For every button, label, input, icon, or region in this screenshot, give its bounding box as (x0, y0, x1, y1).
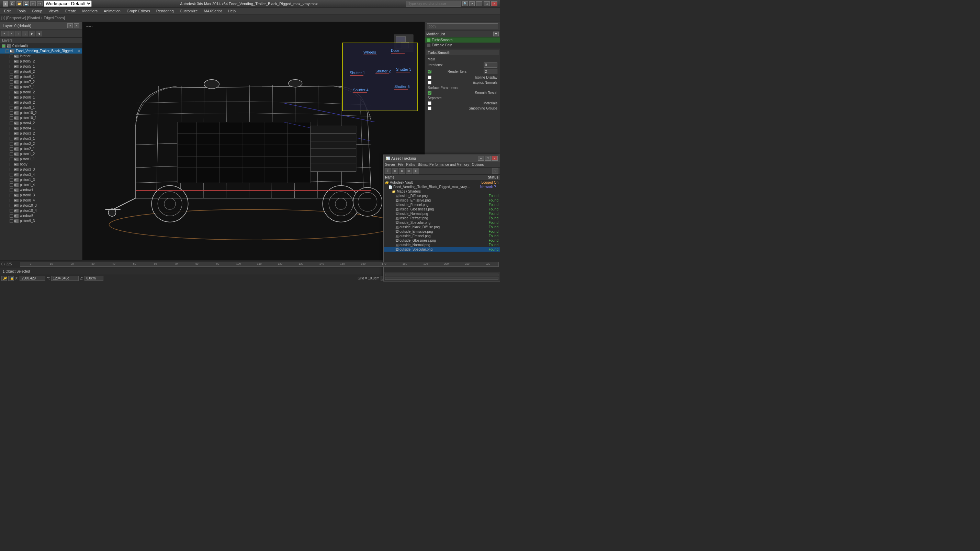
layer-item[interactable]: ▶window1 (0, 187, 82, 192)
at-tool5[interactable]: ≡ (412, 168, 419, 174)
layer-item[interactable]: ▶piston8_2 (0, 90, 82, 95)
at-list-item[interactable]: 🖼inside_Glossiness.pngFound (384, 207, 500, 211)
layer-item[interactable]: ▶piston7_1 (0, 84, 82, 90)
menu-item-animation[interactable]: Animation (101, 8, 123, 14)
y-input[interactable] (51, 276, 79, 281)
menu-item-views[interactable]: Views (46, 8, 61, 14)
menu-item-customize[interactable]: Customize (177, 8, 200, 14)
menu-item-help[interactable]: Help (225, 8, 239, 14)
layer-tool6-btn[interactable]: ◀ (36, 31, 42, 37)
layer-item[interactable]: ▶piston10_1 (0, 115, 82, 121)
search-btn[interactable]: 🔍 (462, 2, 468, 6)
schematic-node-shutter-2[interactable]: Shutter 2 (375, 69, 391, 74)
open-btn[interactable]: 📂 (16, 2, 22, 6)
ts-smoothing-check[interactable] (428, 106, 431, 110)
layer-item[interactable]: ▶piston9_2 (0, 100, 82, 105)
layer-item[interactable]: ▶piston3_4 (0, 172, 82, 177)
at-list-item[interactable]: 📄Food_Vending_Trailer_Black_Rigged_max_v… (384, 185, 500, 189)
modifier-turbosmooth[interactable]: TurboSmooth (425, 37, 500, 43)
menu-item-edit[interactable]: Edit (2, 8, 13, 14)
layer-item[interactable]: ▶body (0, 162, 82, 167)
layer-del-btn[interactable]: × (8, 31, 14, 37)
help-btn[interactable]: ? (469, 2, 475, 6)
at-list-item[interactable]: 🖼inside_Refract.pngFound (384, 216, 500, 221)
menu-item-create[interactable]: Create (62, 8, 79, 14)
layer-close-btn[interactable]: × (74, 23, 80, 28)
at-list-item[interactable]: 🖼inside_Specular.pngFound (384, 221, 500, 225)
at-list-item[interactable]: 🖼outside_Glossiness.pngFound (384, 238, 500, 243)
at-list-item[interactable]: 🖼outside_Fresnel.pngFound (384, 234, 500, 238)
ts-render-iters-input[interactable] (484, 69, 497, 74)
at-min-btn[interactable]: – (478, 156, 484, 161)
save-btn[interactable]: 💾 (23, 2, 29, 6)
layer-item[interactable]: ▶piston2_1 (0, 146, 82, 151)
layer-item[interactable]: ▶piston1_2 (0, 151, 82, 157)
layer-item[interactable]: ▶piston3_1 (0, 136, 82, 141)
timeline-bar[interactable]: 0102030405060708090100110120130140150160… (20, 262, 499, 267)
lock-btn[interactable]: 🔒 (8, 276, 14, 281)
layer-item[interactable]: ▶piston7_2 (0, 79, 82, 84)
modifier-object-input[interactable] (427, 23, 498, 29)
menu-item-graph-editors[interactable]: Graph Editors (124, 8, 153, 14)
at-scrollbar[interactable] (385, 274, 498, 276)
new-btn[interactable]: 🗋 (10, 2, 15, 6)
at-scrollbar2[interactable] (385, 277, 498, 280)
menu-item-modifiers[interactable]: Modifiers (80, 8, 100, 14)
at-close-btn[interactable]: × (492, 156, 498, 161)
at-tool4[interactable]: ⊞ (406, 168, 412, 174)
schematic-node-shutter-5[interactable]: Shutter 5 (395, 84, 410, 90)
layer-item[interactable]: 00 (default) (0, 43, 82, 48)
ts-render-iters-check[interactable] (428, 70, 431, 73)
layer-item[interactable]: ▶piston9_3 (0, 218, 82, 224)
layer-item[interactable]: ▶piston10_2 (0, 110, 82, 115)
schematic-node-shutter-4[interactable]: Shutter 4 (353, 88, 369, 93)
menu-item-tools[interactable]: Tools (14, 8, 29, 14)
ts-isoline-check[interactable] (428, 76, 431, 79)
layer-item[interactable]: ▶window5 (0, 213, 82, 218)
layer-item[interactable]: ▶piston5_2 (0, 59, 82, 64)
layer-item[interactable]: ▶piston8_1 (0, 95, 82, 100)
z-input[interactable] (84, 276, 103, 281)
layer-item[interactable]: ▶piston8_4 (0, 198, 82, 203)
at-list-item[interactable]: 🖼outside_Normal.pngFound (384, 243, 500, 247)
layer-item[interactable]: ▶piston6_2 (0, 69, 82, 74)
layer-tool4-btn[interactable]: ↓ (22, 31, 28, 37)
schematic-node-wheels[interactable]: Wheels (363, 50, 377, 55)
at-tool3[interactable]: ↻ (399, 168, 405, 174)
layer-item[interactable]: ▶piston5_1 (0, 64, 82, 69)
schematic-node-shutter-3[interactable]: Shutter 3 (396, 67, 412, 72)
at-list-item[interactable]: 🖼outside_black_Diffuse.pngFound (384, 225, 500, 229)
at-list-item[interactable]: 🖼outside_Emissive.pngFound (384, 229, 500, 234)
viewport[interactable]: Total Polys: 90,282 Tris: 90,282 Edges: … (83, 22, 425, 260)
ts-materials-check[interactable] (428, 101, 431, 105)
at-tool2[interactable]: × (392, 168, 398, 174)
at-help-btn[interactable]: ? (492, 168, 498, 174)
minimize-btn[interactable]: – (476, 2, 482, 6)
layer-help-btn[interactable]: ? (67, 23, 73, 28)
layer-new-btn[interactable]: + (2, 31, 8, 37)
layer-item[interactable]: ▶piston1_4 (0, 182, 82, 187)
at-list-item[interactable]: 🖼inside_Diffuse.pngFound (384, 194, 500, 198)
at-menu-item-server[interactable]: Server (385, 163, 395, 167)
at-menu-item-options[interactable]: Options (472, 163, 484, 167)
at-list-item[interactable]: 📁Maps / Shaders (384, 189, 500, 194)
at-tool1[interactable]: 🗋 (385, 168, 391, 174)
undo-btn[interactable]: ↩ (30, 2, 36, 6)
at-list-item[interactable]: 🖼outside_Specular.pngFound (384, 247, 500, 252)
schematic-node-shutter-1[interactable]: Shutter 1 (350, 71, 365, 76)
key-mode-btn[interactable]: 🔑 (2, 276, 7, 281)
layer-item[interactable]: ▶interior (0, 54, 82, 59)
layer-item[interactable]: ▶piston2_2 (0, 141, 82, 146)
menu-item-group[interactable]: Group (29, 8, 45, 14)
layer-tool5-btn[interactable]: ▶ (29, 31, 35, 37)
at-max-btn[interactable]: □ (485, 156, 491, 161)
menu-item-rendering[interactable]: Rendering (154, 8, 177, 14)
layer-item[interactable]: ▶Food_Vending_Trailer_Black_Rigged× (0, 48, 82, 54)
at-list-item[interactable]: 🖼inside_Emissive.pngFound (384, 198, 500, 203)
at-file-list[interactable]: 🔐Autodesk VaultLogged On📄Food_Vending_Tr… (384, 180, 500, 272)
x-input[interactable] (19, 276, 45, 281)
schematic-node-door[interactable]: Door (391, 48, 405, 54)
at-menu-item-file[interactable]: File (398, 163, 403, 167)
layer-item[interactable]: ▶piston3_3 (0, 167, 82, 172)
modifier-editablepoly[interactable]: Editable Poly (425, 43, 500, 48)
